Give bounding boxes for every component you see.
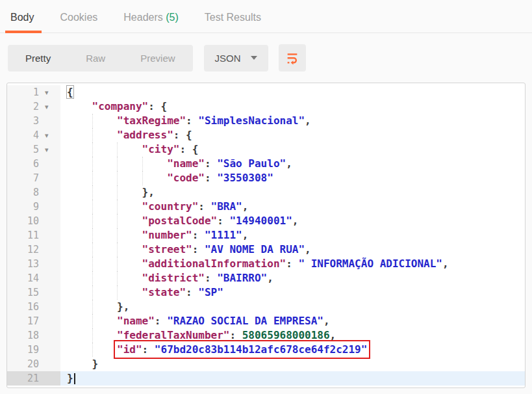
- gutter: 9: [7, 200, 60, 214]
- code-line: 12 "street": "AV NOME DA RUA",: [7, 243, 525, 257]
- wrap-lines-button[interactable]: [279, 44, 306, 72]
- code-line: 14 "district": "BAIRRO",: [7, 271, 525, 285]
- token-key: "district": [142, 272, 205, 284]
- indent-guide: [117, 285, 118, 300]
- code-content[interactable]: "code": "3550308": [60, 171, 525, 185]
- line-number: 6: [7, 157, 39, 171]
- tab-label: Headers: [123, 12, 162, 23]
- indent-guide: [92, 128, 93, 142]
- gutter: 18: [7, 328, 60, 343]
- line-number: 13: [7, 257, 39, 271]
- fold-arrow-icon[interactable]: ▾: [39, 142, 60, 157]
- gutter: 8: [7, 185, 60, 200]
- tab-body[interactable]: Body: [8, 12, 36, 33]
- fold-arrow-icon[interactable]: ▾: [39, 128, 60, 142]
- code-content[interactable]: "federalTaxNumber": 58065968000186,: [60, 328, 525, 343]
- code-content[interactable]: }: [60, 371, 525, 386]
- code-content[interactable]: "street": "AV NOME DA RUA",: [60, 243, 525, 257]
- line-number: 3: [7, 114, 39, 128]
- indent-guide: [117, 257, 118, 271]
- code-content[interactable]: "company": {: [60, 99, 525, 114]
- code-content[interactable]: "address": {: [60, 128, 525, 142]
- token-key: "additionalInformation": [142, 257, 286, 270]
- code-content[interactable]: "taxRegime": "SimplesNacional",: [60, 114, 525, 128]
- token-punctuation: {: [161, 100, 168, 112]
- token-key: "street": [142, 243, 192, 256]
- code-line: 15 "state": "SP": [7, 285, 525, 300]
- token-punctuation: ,: [330, 329, 336, 341]
- code-content[interactable]: "country": "BRA",: [60, 200, 525, 214]
- tab-cookies[interactable]: Cookies: [57, 12, 100, 33]
- token-key: "address": [117, 129, 173, 141]
- code-content[interactable]: "number": "1111",: [60, 228, 525, 243]
- language-dropdown-label: JSON: [215, 53, 241, 64]
- fold-arrow-icon[interactable]: ▾: [39, 99, 60, 114]
- fold-arrow-icon[interactable]: ▾: [39, 85, 60, 99]
- line-number: 12: [7, 243, 39, 257]
- code-line: 8 },: [7, 185, 525, 200]
- wrap-text-icon: [285, 51, 299, 65]
- code-content[interactable]: "additionalInformation": " INFORMAÇÃO AD…: [60, 257, 525, 271]
- tab-test-results[interactable]: Test Results: [202, 12, 264, 33]
- code-line: 5▾ "city": {: [7, 142, 525, 157]
- fold-spacer: [39, 114, 60, 128]
- indent-guide: [92, 200, 93, 214]
- code-content[interactable]: "state": "SP": [60, 285, 525, 300]
- token-punctuation: ,: [242, 200, 249, 213]
- view-button-pretty[interactable]: Pretty: [8, 45, 68, 72]
- token-string: "67bd20c83b114b12afc678ce64f2c219": [155, 343, 368, 356]
- code-content[interactable]: },: [60, 185, 525, 200]
- response-toolbar: PrettyRawPreview JSON: [8, 44, 532, 72]
- code-content[interactable]: }: [60, 357, 525, 371]
- code-content[interactable]: },: [60, 300, 525, 314]
- token-punctuation: ,: [323, 315, 330, 327]
- language-dropdown[interactable]: JSON: [204, 45, 268, 72]
- response-body-editor: 1▾{2▾ "company": {3 "taxRegime": "Simple…: [6, 83, 526, 388]
- response-tabs: BodyCookiesHeaders (5)Test Results: [0, 0, 532, 33]
- view-button-raw[interactable]: Raw: [68, 45, 123, 72]
- fold-spacer: [39, 357, 60, 371]
- indent-guide: [92, 257, 93, 271]
- gutter: 17: [7, 314, 60, 328]
- code-content[interactable]: "city": {: [60, 142, 525, 157]
- code-line: 9 "country": "BRA",: [7, 200, 525, 214]
- token-string: "3550308": [217, 172, 273, 184]
- code-content[interactable]: "name": "RAZAO SOCIAL DA EMPRESA",: [60, 314, 525, 328]
- gutter: 5▾: [7, 142, 60, 157]
- token-punctuation: :: [205, 157, 217, 170]
- indent-guide: [92, 185, 93, 200]
- fold-spacer: [39, 214, 60, 228]
- chevron-down-icon: [251, 56, 257, 60]
- code-content[interactable]: "name": "São Paulo",: [60, 157, 525, 171]
- line-number: 11: [7, 228, 39, 243]
- indent-guide: [92, 343, 93, 357]
- view-toggle-group: PrettyRawPreview: [8, 45, 193, 72]
- line-number: 1: [7, 85, 39, 99]
- token-key: "state": [142, 286, 186, 298]
- token-punctuation: :: [217, 215, 229, 227]
- tab-count-badge: (5): [163, 12, 179, 23]
- token-punctuation: ,: [305, 114, 311, 127]
- token-punctuation: ,: [305, 243, 311, 256]
- token-punctuation: {: [186, 129, 192, 141]
- code-content[interactable]: {: [60, 85, 525, 99]
- token-punctuation: :: [192, 243, 205, 256]
- token-key: "id": [117, 343, 142, 356]
- code-content[interactable]: "id": "67bd20c83b114b12afc678ce64f2c219": [60, 343, 525, 357]
- view-button-preview[interactable]: Preview: [123, 45, 192, 72]
- gutter: 4▾: [7, 128, 60, 142]
- indent-guide: [117, 142, 118, 157]
- line-number: 7: [7, 171, 39, 185]
- code-line: 10 "postalCode": "14940001",: [7, 214, 525, 228]
- tab-headers[interactable]: Headers (5): [121, 12, 181, 33]
- token-punctuation: }: [92, 358, 99, 370]
- code-content[interactable]: "postalCode": "14940001",: [60, 214, 525, 228]
- fold-spacer: [39, 243, 60, 257]
- code-content[interactable]: "district": "BAIRRO",: [60, 271, 525, 285]
- token-punctuation: :: [192, 229, 205, 241]
- indent-guide: [92, 328, 93, 343]
- code-line: 17 "name": "RAZAO SOCIAL DA EMPRESA",: [7, 314, 525, 328]
- fold-spacer: [39, 185, 60, 200]
- gutter: 19: [7, 343, 60, 357]
- highlighted-id-box: "id": "67bd20c83b114b12afc678ce64f2c219": [117, 343, 367, 356]
